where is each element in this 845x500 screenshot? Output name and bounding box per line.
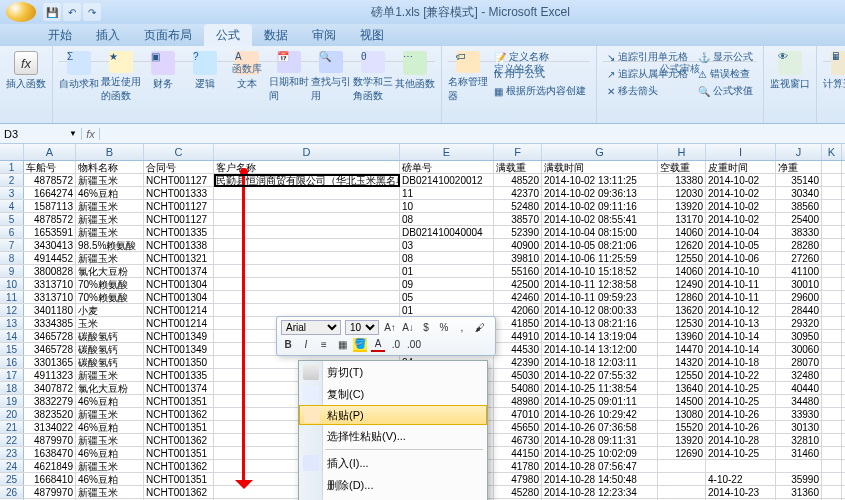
row-head-13[interactable]: 13	[0, 317, 24, 329]
cell[interactable]: NCHT001127	[144, 213, 214, 225]
row-head-9[interactable]: 9	[0, 265, 24, 277]
cell[interactable]: 31360	[776, 486, 822, 498]
cell[interactable]: 新疆玉米	[76, 174, 144, 186]
evaluate-button[interactable]: 🔍公式求值	[694, 83, 757, 99]
cell[interactable]: NCHT001214	[144, 304, 214, 316]
cell[interactable]: 14060	[658, 226, 706, 238]
cell[interactable]: 1638470	[24, 447, 76, 459]
cell[interactable]: 70%赖氨酸	[76, 291, 144, 303]
cell[interactable]: NCHT001127	[144, 200, 214, 212]
cell[interactable]: 30010	[776, 278, 822, 290]
cell[interactable]: 新疆玉米	[76, 200, 144, 212]
cell[interactable]: NCHT001362	[144, 460, 214, 472]
size-select[interactable]: 10	[345, 320, 379, 335]
cell[interactable]: 满载时间	[542, 161, 658, 173]
percent-button[interactable]: %	[437, 321, 451, 335]
cell[interactable]: 47010	[494, 408, 542, 420]
cell[interactable]: 2014-10-26	[706, 421, 776, 433]
ctx-item-1[interactable]: 复制(C)	[299, 383, 487, 405]
cell[interactable]: 2014-10-25 09:01:11	[542, 395, 658, 407]
financial-button[interactable]: ▣财务	[143, 49, 183, 103]
tab-4[interactable]: 数据	[252, 24, 300, 46]
cell[interactable]: 29320	[776, 317, 822, 329]
tab-5[interactable]: 审阅	[300, 24, 348, 46]
cell[interactable]: 空载重	[658, 161, 706, 173]
row-head-2[interactable]: 2	[0, 174, 24, 186]
cell[interactable]: NCHT001304	[144, 278, 214, 290]
cell[interactable]: 40440	[776, 382, 822, 394]
cell[interactable]: 2014-10-12	[706, 304, 776, 316]
cell[interactable]: 31460	[776, 447, 822, 459]
cell[interactable]: 2014-10-13	[706, 317, 776, 329]
cell[interactable]: 38570	[494, 213, 542, 225]
cell[interactable]	[822, 330, 842, 342]
cell[interactable]: 42500	[494, 278, 542, 290]
cell[interactable]	[822, 278, 842, 290]
cell[interactable]: 39810	[494, 252, 542, 264]
cell[interactable]: NCHT001214	[144, 317, 214, 329]
cell[interactable]: 12530	[658, 317, 706, 329]
ctx-item-2[interactable]: 粘贴(P)	[299, 405, 487, 425]
cell[interactable]	[822, 265, 842, 277]
cell[interactable]	[822, 382, 842, 394]
cell[interactable]: 52390	[494, 226, 542, 238]
cell[interactable]: 2014-10-22 07:55:32	[542, 369, 658, 381]
cell[interactable]: 30060	[776, 343, 822, 355]
qat-undo[interactable]: ↶	[63, 3, 81, 21]
cell[interactable]: 1587113	[24, 200, 76, 212]
cell[interactable]: 2014-10-18	[706, 356, 776, 368]
row-head-18[interactable]: 18	[0, 382, 24, 394]
mini-toolbar[interactable]: Arial 10 A↑ A↓ $ % , 🖌 B I ≡ ▦ 🪣 A .0 .0…	[276, 316, 496, 356]
cell[interactable]: 3313710	[24, 278, 76, 290]
row-head-4[interactable]: 4	[0, 200, 24, 212]
row-head-6[interactable]: 6	[0, 226, 24, 238]
cell[interactable]: 28280	[776, 239, 822, 251]
fx-label[interactable]: fx	[82, 128, 100, 140]
cell[interactable]: 4914452	[24, 252, 76, 264]
row-head-3[interactable]: 3	[0, 187, 24, 199]
cell[interactable]: 35140	[776, 174, 822, 186]
cell[interactable]: 碳酸氢钙	[76, 343, 144, 355]
cell[interactable]: 45280	[494, 486, 542, 498]
cell[interactable]	[822, 226, 842, 238]
cell[interactable]	[658, 473, 706, 485]
name-manager-button[interactable]: 🏷名称管理器	[448, 49, 488, 103]
cell[interactable]: 27260	[776, 252, 822, 264]
cell[interactable]: 2014-10-04	[706, 226, 776, 238]
cell[interactable]: 2014-10-11 09:59:23	[542, 291, 658, 303]
col-head-H[interactable]: H	[658, 144, 706, 160]
cell[interactable]: 3832279	[24, 395, 76, 407]
cell[interactable]: 44910	[494, 330, 542, 342]
cell[interactable]: 车船号	[24, 161, 76, 173]
cell[interactable]: NCHT001349	[144, 343, 214, 355]
cell[interactable]: NCHT001350	[144, 356, 214, 368]
recent-button[interactable]: ★最近使用的函数	[101, 49, 141, 103]
cell[interactable]: 新疆玉米	[76, 252, 144, 264]
cell[interactable]	[706, 460, 776, 472]
cell[interactable]	[822, 369, 842, 381]
cell[interactable]: NCHT001362	[144, 434, 214, 446]
cell[interactable]: 新疆玉米	[76, 486, 144, 498]
cell[interactable]: 28070	[776, 356, 822, 368]
row-head-21[interactable]: 21	[0, 421, 24, 433]
border-button[interactable]: ▦	[335, 338, 349, 352]
cell[interactable]: 15520	[658, 421, 706, 433]
cell[interactable]	[822, 343, 842, 355]
cell[interactable]: DB021410040004	[400, 226, 494, 238]
cell[interactable]: NCHT001351	[144, 421, 214, 433]
cell[interactable]: 3401180	[24, 304, 76, 316]
cell[interactable]: 42390	[494, 356, 542, 368]
cell[interactable]: 3334385	[24, 317, 76, 329]
cell[interactable]: 12690	[658, 447, 706, 459]
cell[interactable]: 2014-10-23	[706, 486, 776, 498]
cell[interactable]: 41850	[494, 317, 542, 329]
cell[interactable]: 13380	[658, 174, 706, 186]
align-button[interactable]: ≡	[317, 338, 331, 352]
cell[interactable]: 4911323	[24, 369, 76, 381]
calc-options-button[interactable]: 🖩计算选项	[823, 49, 845, 103]
cell[interactable]: 2014-10-02 13:11:25	[542, 174, 658, 186]
cell[interactable]: 12030	[658, 187, 706, 199]
lookup-button[interactable]: 🔍查找与引用	[311, 49, 351, 103]
cell[interactable]: 磅单号	[400, 161, 494, 173]
cell[interactable]: NCHT001335	[144, 369, 214, 381]
